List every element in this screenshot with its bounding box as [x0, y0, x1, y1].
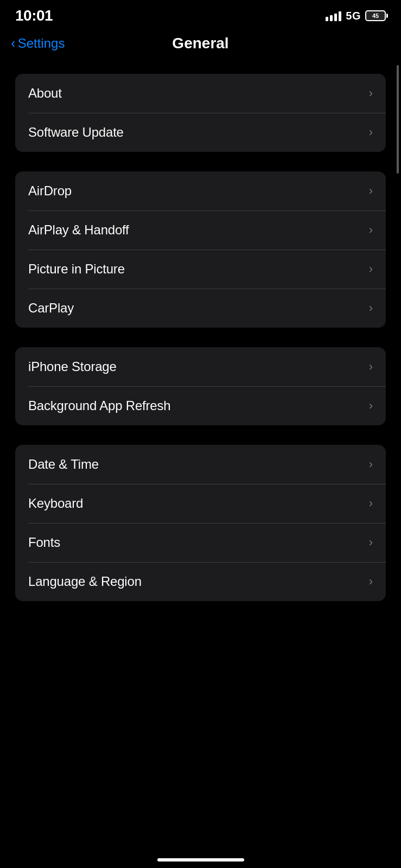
chevron-right-icon: ›	[369, 360, 373, 374]
settings-item-label-iphone-storage: iPhone Storage	[28, 359, 117, 374]
settings-item-label-background-app-refresh: Background App Refresh	[28, 398, 170, 413]
back-chevron-icon: ‹	[11, 36, 16, 50]
settings-content: About › Software Update › AirDrop › AirP…	[0, 63, 401, 623]
status-time: 10:01	[15, 7, 53, 24]
settings-item-label-date-time: Date & Time	[28, 457, 99, 472]
chevron-right-icon: ›	[369, 399, 373, 413]
settings-item-label-keyboard: Keyboard	[28, 496, 83, 511]
settings-item-label-software-update: Software Update	[28, 125, 124, 140]
settings-item-software-update[interactable]: Software Update ›	[15, 113, 386, 152]
signal-bar-1	[326, 17, 328, 21]
home-indicator	[157, 858, 244, 861]
settings-item-picture-in-picture[interactable]: Picture in Picture ›	[15, 250, 386, 289]
status-bar: 10:01 5G 45	[0, 0, 401, 29]
settings-item-label-airdrop: AirDrop	[28, 183, 72, 199]
settings-item-airdrop[interactable]: AirDrop ›	[15, 171, 386, 210]
chevron-right-icon: ›	[369, 301, 373, 315]
settings-item-label-picture-in-picture: Picture in Picture	[28, 261, 125, 277]
network-label: 5G	[346, 10, 361, 22]
nav-header: ‹ Settings General	[0, 29, 401, 63]
page-title: General	[172, 35, 228, 52]
chevron-right-icon: ›	[369, 223, 373, 237]
settings-item-label-airplay-handoff: AirPlay & Handoff	[28, 222, 129, 238]
signal-bar-4	[339, 11, 341, 21]
settings-item-label-language-region: Language & Region	[28, 574, 142, 589]
settings-item-about[interactable]: About ›	[15, 74, 386, 113]
back-button[interactable]: ‹ Settings	[11, 36, 65, 51]
settings-item-iphone-storage[interactable]: iPhone Storage ›	[15, 347, 386, 386]
settings-group-2: AirDrop › AirPlay & Handoff › Picture in…	[15, 171, 386, 328]
settings-item-label-fonts: Fonts	[28, 535, 60, 550]
settings-item-background-app-refresh[interactable]: Background App Refresh ›	[15, 386, 386, 425]
settings-group-3: iPhone Storage › Background App Refresh …	[15, 347, 386, 425]
chevron-right-icon: ›	[369, 496, 373, 510]
battery-container: 45	[365, 10, 386, 21]
chevron-right-icon: ›	[369, 262, 373, 276]
settings-group-4: Date & Time › Keyboard › Fonts › Languag…	[15, 445, 386, 601]
settings-item-fonts[interactable]: Fonts ›	[15, 523, 386, 562]
settings-item-language-region[interactable]: Language & Region ›	[15, 562, 386, 601]
signal-icon	[326, 10, 341, 21]
settings-group-1: About › Software Update ›	[15, 74, 386, 152]
settings-item-label-carplay: CarPlay	[28, 301, 74, 316]
settings-item-keyboard[interactable]: Keyboard ›	[15, 484, 386, 523]
settings-item-airplay-handoff[interactable]: AirPlay & Handoff ›	[15, 210, 386, 250]
status-icons: 5G 45	[326, 10, 386, 22]
settings-item-date-time[interactable]: Date & Time ›	[15, 445, 386, 484]
chevron-right-icon: ›	[369, 184, 373, 198]
signal-bar-3	[334, 14, 337, 21]
back-label: Settings	[18, 36, 65, 51]
signal-bar-2	[330, 15, 333, 21]
scrollbar[interactable]	[397, 65, 399, 174]
chevron-right-icon: ›	[369, 535, 373, 550]
chevron-right-icon: ›	[369, 575, 373, 589]
chevron-right-icon: ›	[369, 125, 373, 139]
settings-item-label-about: About	[28, 86, 62, 101]
chevron-right-icon: ›	[369, 457, 373, 471]
chevron-right-icon: ›	[369, 86, 373, 100]
battery-icon: 45	[365, 10, 386, 21]
settings-item-carplay[interactable]: CarPlay ›	[15, 289, 386, 328]
